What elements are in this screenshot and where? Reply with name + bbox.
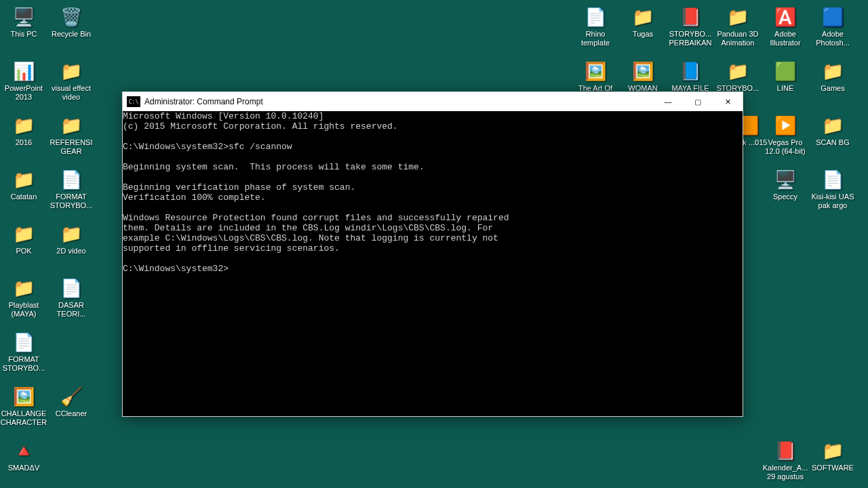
file-icon: 📁	[726, 60, 749, 83]
command-prompt-window[interactable]: C:\ Administrator: Command Prompt — ▢ ✕ …	[122, 92, 743, 417]
file-icon: 📊	[12, 60, 35, 83]
desktop-icon-label: Adobe Photosh...	[809, 30, 856, 47]
file-icon: 📁	[12, 277, 35, 300]
titlebar[interactable]: C:\ Administrator: Command Prompt — ▢ ✕	[123, 92, 743, 111]
desktop-icon-label: Panduan 3D Animation	[714, 30, 762, 47]
desktop-icon[interactable]: 📁Catatan	[0, 168, 47, 201]
file-icon: 🖥️	[774, 168, 797, 191]
file-icon: 🟩	[774, 60, 797, 83]
desktop-icon[interactable]: 📕Kalender_A... 29 agustus	[762, 439, 809, 481]
desktop-icon[interactable]: 🖼️CHALLANGE CHARACTER	[0, 385, 47, 427]
desktop-icon[interactable]: 🖥️Speccy	[762, 168, 809, 201]
desktop-icon-label: Tugas	[633, 30, 653, 39]
desktop-icon[interactable]: 🧹CCleaner	[47, 385, 95, 418]
cmd-icon: C:\	[127, 96, 140, 107]
desktop-icon-label: STORYBO... PERBAIKAN	[667, 30, 714, 47]
file-icon: 📄	[821, 168, 844, 191]
desktop-icon[interactable]: 🅰️Adobe Illustrator	[762, 5, 809, 47]
desktop-icon-label: This PC	[10, 30, 37, 39]
desktop-icon-label: CCleaner	[56, 409, 87, 418]
terminal-output[interactable]: Microsoft Windows [Version 10.0.10240] (…	[123, 111, 743, 416]
file-icon: 📁	[12, 114, 35, 137]
file-icon: 🖼️	[631, 60, 654, 83]
desktop-icon[interactable]: 📘MAYA FILE	[667, 60, 714, 93]
desktop-icon[interactable]: 📁Tugas	[619, 5, 667, 39]
file-icon: 📄	[60, 168, 83, 191]
desktop-icon-label: Kisi-kisi UAS pak argo	[809, 192, 856, 210]
desktop-icon[interactable]: 📁2016	[0, 114, 47, 147]
desktop-icon[interactable]: 📄DASAR TEORI...	[47, 277, 95, 319]
file-icon: 📄	[60, 277, 83, 300]
desktop-icon-label: Playblast (MAYA)	[0, 301, 47, 319]
file-icon: 🟦	[821, 5, 844, 28]
desktop-icon[interactable]: 📁STORYBO...	[714, 60, 762, 93]
file-icon: 📁	[60, 60, 83, 83]
desktop-icon[interactable]: 📁REFERENSI GEAR	[47, 114, 95, 156]
desktop-icon-label: Rhino template	[572, 30, 619, 47]
file-icon: 📁	[631, 5, 654, 28]
window-title: Administrator: Command Prompt	[144, 97, 263, 106]
desktop-icon-label: SOFTWARE	[812, 464, 854, 472]
desktop-icon[interactable]: 📁visual effect video	[47, 60, 95, 102]
desktop-icon[interactable]: 📁SOFTWARE	[809, 439, 856, 472]
desktop-icon-label: PowerPoint 2013	[0, 84, 47, 102]
desktop-icon[interactable]: 🖼️WOMAN	[619, 60, 667, 93]
file-icon: 📁	[821, 439, 844, 462]
desktop-icon[interactable]: 📁2D video	[47, 222, 95, 256]
minimize-button[interactable]: —	[653, 92, 683, 111]
desktop-icon-label: Catatan	[11, 192, 37, 201]
desktop-icon[interactable]: 📁POK	[0, 222, 47, 256]
file-icon: 🅰️	[774, 5, 797, 28]
desktop-icon[interactable]: 📄Rhino template	[572, 5, 619, 47]
desktop-icon-label: SCAN BG	[816, 138, 850, 147]
file-icon: 📁	[60, 222, 83, 245]
desktop-icon-label: POK	[16, 247, 31, 256]
file-icon: 🖥️	[12, 5, 35, 28]
desktop-icon-label: Recycle Bin	[52, 30, 91, 39]
file-icon: 📕	[679, 5, 702, 28]
file-icon: 📕	[774, 439, 797, 462]
desktop-icon[interactable]: 📄Kisi-kisi UAS pak argo	[809, 168, 856, 210]
file-icon: 🗑️	[60, 5, 83, 28]
file-icon: 📄	[12, 331, 35, 354]
desktop-icon[interactable]: 📁Playblast (MAYA)	[0, 277, 47, 319]
file-icon: 📁	[821, 60, 844, 83]
desktop-icon[interactable]: 🟩LINE	[762, 60, 809, 93]
file-icon: ▶️	[774, 114, 797, 137]
desktop-icon[interactable]: ▶️Vegas Pro 12.0 (64-bit)	[762, 114, 809, 156]
desktop-icon-label: FORMAT STORYBO...	[0, 355, 47, 373]
desktop-icon-label: Adobe Illustrator	[762, 30, 809, 47]
file-icon: 📁	[60, 114, 83, 137]
desktop-icon-label: visual effect video	[47, 84, 95, 102]
desktop-icon[interactable]: 📄FORMAT STORYBO...	[47, 168, 95, 210]
file-icon: 📁	[12, 168, 35, 191]
maximize-button[interactable]: ▢	[683, 92, 713, 111]
file-icon: 🧹	[60, 385, 83, 408]
desktop-icon[interactable]: 🖼️The Art Of	[572, 60, 619, 93]
desktop-icon-label: FORMAT STORYBO...	[47, 192, 95, 210]
file-icon: 📘	[679, 60, 702, 83]
file-icon: 📁	[821, 114, 844, 137]
desktop-icon[interactable]: 🟦Adobe Photosh...	[809, 5, 856, 47]
desktop-icon-label: REFERENSI GEAR	[47, 138, 95, 156]
desktop-icon[interactable]: 🗑️Recycle Bin	[47, 5, 95, 39]
file-icon: 📁	[726, 5, 749, 28]
desktop-icon-label: CHALLANGE CHARACTER	[0, 409, 47, 427]
file-icon: 🖼️	[12, 385, 35, 408]
desktop-icon-label: 2D video	[56, 247, 85, 256]
desktop-icon-label: LINE	[777, 84, 793, 93]
desktop-icon-label: 2016	[16, 138, 32, 147]
desktop-icon-label: SMADΔV	[8, 464, 39, 472]
desktop-icon[interactable]: 📄FORMAT STORYBO...	[0, 331, 47, 373]
desktop-icon-label: Games	[821, 84, 844, 93]
desktop-icon[interactable]: 🖥️This PC	[0, 5, 47, 39]
desktop-icon[interactable]: 🔺SMADΔV	[0, 439, 47, 472]
file-icon: 📄	[584, 5, 607, 28]
close-button[interactable]: ✕	[713, 92, 743, 111]
desktop-icon[interactable]: 📕STORYBO... PERBAIKAN	[667, 5, 714, 47]
desktop-icon[interactable]: 📁SCAN BG	[809, 114, 856, 147]
desktop-icon[interactable]: 📁Panduan 3D Animation	[714, 5, 762, 47]
desktop-icon-label: DASAR TEORI...	[47, 301, 95, 319]
desktop-icon[interactable]: 📁Games	[809, 60, 856, 93]
desktop-icon[interactable]: 📊PowerPoint 2013	[0, 60, 47, 102]
